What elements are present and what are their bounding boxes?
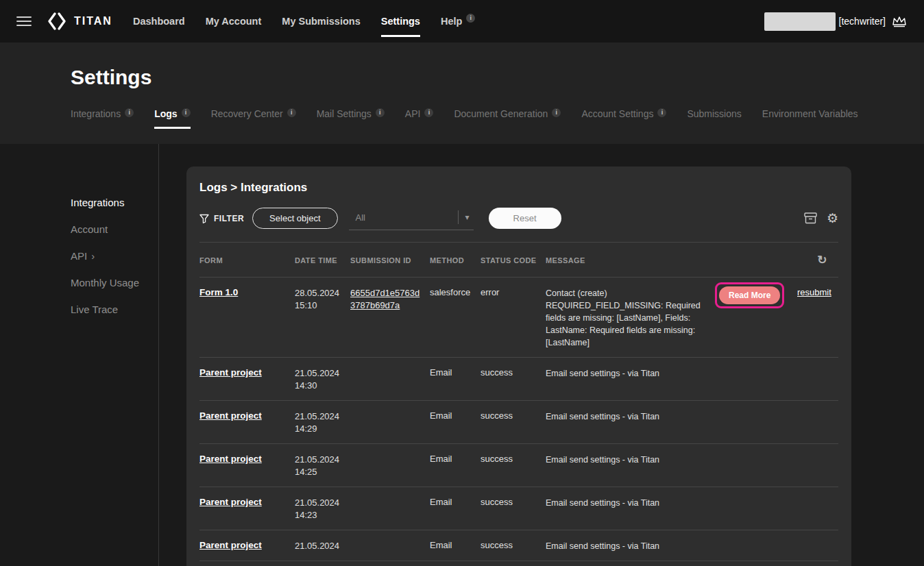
info-icon: i <box>287 108 296 117</box>
table-row: Parent project 21.05.2024 14:30 Email su… <box>199 358 838 401</box>
reset-button[interactable]: Reset <box>489 208 561 229</box>
dropdown-selected-value: All <box>356 212 458 223</box>
content-area: Integrations Account API› Monthly Usage … <box>0 144 924 566</box>
info-icon: i <box>376 108 385 117</box>
tab-logs[interactable]: Logsi <box>154 108 190 120</box>
username-label: [techwriter] <box>839 16 886 27</box>
dropdown-divider <box>458 210 459 224</box>
filter-funnel-icon <box>199 214 209 223</box>
nav-item-dashboard[interactable]: Dashboard <box>133 0 185 42</box>
column-header-method: METHOD <box>430 256 481 264</box>
archive-export-icon[interactable] <box>804 212 817 224</box>
column-header-message: MESSAGE <box>546 256 715 264</box>
message-cell: Email send settings - via Titan <box>546 410 715 423</box>
hamburger-menu-icon[interactable] <box>16 16 32 26</box>
info-icon: i <box>125 108 134 117</box>
nav-item-settings[interactable]: Settings <box>381 0 420 42</box>
logs-sidebar: Integrations Account API› Monthly Usage … <box>0 144 159 566</box>
tab-document-generation[interactable]: Document Generationi <box>454 108 561 120</box>
panel-icons: ⚙ <box>804 212 838 225</box>
sidebar-item-live-trace[interactable]: Live Trace <box>71 303 158 317</box>
settings-tabs: Integrationsi Logsi Recovery Centeri Mai… <box>71 108 924 120</box>
method-cell: Email <box>430 540 481 550</box>
tab-recovery-center[interactable]: Recovery Centeri <box>211 108 296 120</box>
form-link[interactable]: Parent project <box>199 497 262 507</box>
tab-mail-settings[interactable]: Mail Settingsi <box>317 108 385 120</box>
method-cell: Email <box>430 454 481 464</box>
settings-header-section: Settings Integrationsi Logsi Recovery Ce… <box>0 42 924 144</box>
tab-integrations[interactable]: Integrationsi <box>71 108 134 120</box>
nav-item-my-account[interactable]: My Account <box>206 0 262 42</box>
tab-account-settings[interactable]: Account Settingsi <box>581 108 666 120</box>
nav-item-help[interactable]: Helpi <box>441 0 475 42</box>
method-cell: salesforce <box>430 287 481 297</box>
date-time-cell: 21.05.2024 14:25 <box>295 454 350 478</box>
select-object-button[interactable]: Select object <box>252 208 337 229</box>
table-row: Parent project 21.05.2024 Email success … <box>199 530 838 561</box>
method-cell: Email <box>430 367 481 378</box>
sidebar-item-monthly-usage[interactable]: Monthly Usage <box>71 276 158 290</box>
status-code-cell: success <box>481 497 546 507</box>
message-cell: Email send settings - via Titan <box>546 454 715 466</box>
titan-logo-icon <box>47 11 67 32</box>
sidebar-item-integrations[interactable]: Integrations <box>71 196 158 210</box>
form-link[interactable]: Parent project <box>199 410 262 421</box>
sidebar-item-api[interactable]: API› <box>71 249 158 263</box>
object-filter-dropdown[interactable]: All ▾ <box>349 206 474 230</box>
message-cell: Email send settings - via Titan <box>546 497 715 509</box>
top-nav-items: Dashboard My Account My Submissions Sett… <box>133 0 475 42</box>
message-cell: Email send settings - via Titan <box>546 540 715 552</box>
info-icon: i <box>552 108 561 117</box>
message-cell: Email send settings - via Titan <box>546 367 715 380</box>
method-cell: Email <box>430 410 481 421</box>
sidebar-item-account[interactable]: Account <box>71 223 158 236</box>
date-time-cell: 21.05.2024 14:23 <box>295 497 350 521</box>
column-header-submission-id: SUBMISSION ID <box>350 256 430 264</box>
chevron-right-icon: › <box>91 250 95 262</box>
info-icon: i <box>466 14 475 23</box>
table-row: Form 1.0 28.05.2024 15:10 6655d7d1e5763d… <box>199 278 838 358</box>
filter-label: FILTER <box>199 214 244 223</box>
date-time-cell: 21.05.2024 <box>295 540 350 552</box>
status-code-cell: success <box>481 367 546 378</box>
table-header-row: FORM DATE TIME SUBMISSION ID METHOD STAT… <box>199 243 838 278</box>
status-code-cell: success <box>481 410 546 421</box>
date-time-cell: 28.05.2024 15:10 <box>295 287 350 312</box>
date-time-cell: 21.05.2024 14:29 <box>295 410 350 435</box>
form-link[interactable]: Parent project <box>199 454 262 464</box>
submission-id-link[interactable]: 6655d7d1e5763d3787b69d7a <box>350 287 423 312</box>
status-code-cell: error <box>481 287 546 297</box>
method-cell: Email <box>430 497 481 507</box>
column-header-status-code: STATUS CODE <box>481 256 546 264</box>
tab-environment-variables[interactable]: Environment Variables <box>762 108 858 119</box>
annotation-highlight-box: Read More <box>715 282 784 308</box>
refresh-icon[interactable]: ↻ <box>817 253 827 267</box>
brand-name: TITAN <box>74 15 112 27</box>
table-row: Parent project 21.05.2024 14:25 Email su… <box>199 444 838 487</box>
breadcrumb: Logs > Integrations <box>199 167 838 195</box>
top-navigation-bar: TITAN Dashboard My Account My Submission… <box>0 0 924 42</box>
message-cell: Contact (create) REQUIRED_FIELD_MISSING:… <box>546 287 715 349</box>
info-icon: i <box>182 108 191 117</box>
read-more-button[interactable]: Read More <box>719 286 780 304</box>
tab-submissions[interactable]: Submissions <box>687 108 741 119</box>
form-link[interactable]: Parent project <box>199 367 262 378</box>
info-icon: i <box>424 108 433 117</box>
logs-panel: Logs > Integrations FILTER Select object… <box>186 167 851 566</box>
filter-bar: FILTER Select object All ▾ Reset ⚙ <box>199 206 838 243</box>
gear-icon[interactable]: ⚙ <box>827 212 838 225</box>
user-area: [techwriter] <box>764 12 908 31</box>
crown-icon <box>891 14 908 28</box>
chevron-down-icon: ▾ <box>465 212 470 222</box>
redacted-username-box <box>764 12 836 31</box>
tab-api[interactable]: APIi <box>405 108 434 120</box>
status-code-cell: success <box>481 454 546 464</box>
form-link[interactable]: Form 1.0 <box>199 287 238 297</box>
resubmit-link[interactable]: resubmit <box>797 287 831 297</box>
nav-item-my-submissions[interactable]: My Submissions <box>282 0 360 42</box>
page-title: Settings <box>71 66 924 89</box>
info-icon: i <box>657 108 666 117</box>
form-link[interactable]: Parent project <box>199 540 262 550</box>
status-code-cell: success <box>481 540 546 550</box>
table-row: Parent project 21.05.2024 14:29 Email su… <box>199 401 838 444</box>
